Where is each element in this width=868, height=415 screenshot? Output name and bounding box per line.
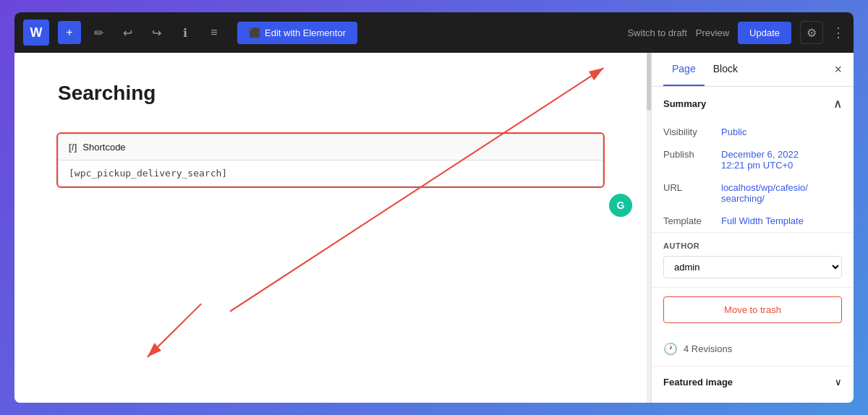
featured-image-label: Featured image [663, 377, 733, 388]
revisions-clock-icon: 🕐 [663, 342, 678, 356]
url-value[interactable]: localhost/wp/cafesio/ searching/ [721, 182, 808, 204]
template-label: Template [663, 215, 721, 226]
wp-logo[interactable]: W [23, 20, 49, 46]
switch-to-draft-button[interactable]: Switch to draft [627, 27, 686, 38]
tab-page[interactable]: Page [663, 53, 705, 86]
publish-value[interactable]: December 6, 2022 12:21 pm UTC+0 [721, 149, 799, 171]
elementor-icon: ⬛ [249, 27, 260, 38]
summary-title: Summary [663, 98, 706, 109]
shortcode-content[interactable]: [wpc_pickup_delivery_search] [59, 161, 603, 186]
svg-line-3 [148, 304, 201, 357]
author-select[interactable]: admin [663, 256, 842, 278]
featured-image-row[interactable]: Featured image ∨ [652, 367, 854, 398]
more-options-button[interactable]: ⋮ [832, 25, 845, 40]
undo-button[interactable]: ↩ [116, 21, 139, 44]
url-row: URL localhost/wp/cafesio/ searching/ [652, 176, 854, 210]
toolbar-right: Switch to draft Preview Update ⚙ ⋮ [627, 21, 845, 44]
visibility-label: Visibility [663, 127, 721, 137]
visibility-value[interactable]: Public [721, 127, 746, 137]
author-label: AUTHOR [663, 241, 842, 250]
move-to-trash-button[interactable]: Move to trash [663, 296, 842, 323]
revisions-row[interactable]: 🕐 4 Revisions [652, 332, 854, 367]
editor-container: W + ✏ ↩ ↪ ℹ ≡ ⬛ Edit with Elementor Swit… [14, 12, 854, 403]
summary-header[interactable]: Summary ∧ [652, 87, 854, 121]
list-button[interactable]: ≡ [203, 21, 226, 44]
block-header: [/] Shortcode [59, 134, 603, 161]
author-section: AUTHOR admin [652, 233, 854, 288]
editor-scrollbar[interactable] [647, 53, 651, 403]
edit-with-elementor-button[interactable]: ⬛ Edit with Elementor [237, 22, 357, 44]
summary-section: Summary ∧ Visibility Public Publish Dece… [652, 87, 854, 233]
sidebar-close-button[interactable]: × [834, 62, 842, 77]
publish-row: Publish December 6, 2022 12:21 pm UTC+0 [652, 143, 854, 176]
preview-button[interactable]: Preview [696, 27, 729, 38]
tab-block[interactable]: Block [705, 53, 746, 86]
revisions-text: 4 Revisions [684, 343, 732, 354]
add-block-button[interactable]: + [58, 21, 81, 44]
shortcode-block[interactable]: [/] Shortcode [wpc_pickup_delivery_searc… [58, 134, 603, 187]
toolbar: W + ✏ ↩ ↪ ℹ ≡ ⬛ Edit with Elementor Swit… [14, 12, 854, 53]
update-button[interactable]: Update [738, 22, 791, 44]
grammarly-icon: G [609, 194, 632, 217]
block-header-label: Shortcode [82, 142, 125, 153]
settings-button[interactable]: ⚙ [800, 21, 823, 44]
redo-button[interactable]: ↪ [145, 21, 168, 44]
featured-image-chevron-icon: ∨ [835, 377, 842, 388]
editor-scrollthumb[interactable] [647, 53, 651, 111]
sidebar: Page Block × Summary ∧ Visibility Public [651, 53, 854, 403]
template-row: Template Full Width Template [652, 210, 854, 232]
sidebar-tabs: Page Block × [652, 53, 854, 87]
shortcode-icon: [/] [69, 142, 77, 153]
annotation-arrows [14, 53, 647, 403]
summary-chevron-icon: ∧ [833, 97, 842, 111]
editor-area: Searching G [/] Shortcode [wpc_pickup_de… [14, 53, 647, 403]
main-area: Searching G [/] Shortcode [wpc_pickup_de… [14, 53, 854, 403]
elementor-label: Edit with Elementor [265, 27, 346, 38]
info-button[interactable]: ℹ [174, 21, 197, 44]
pen-button[interactable]: ✏ [87, 21, 110, 44]
page-title: Searching [58, 82, 603, 105]
publish-label: Publish [663, 149, 721, 160]
template-value[interactable]: Full Width Template [721, 215, 804, 226]
url-label: URL [663, 182, 721, 193]
visibility-row: Visibility Public [652, 121, 854, 143]
